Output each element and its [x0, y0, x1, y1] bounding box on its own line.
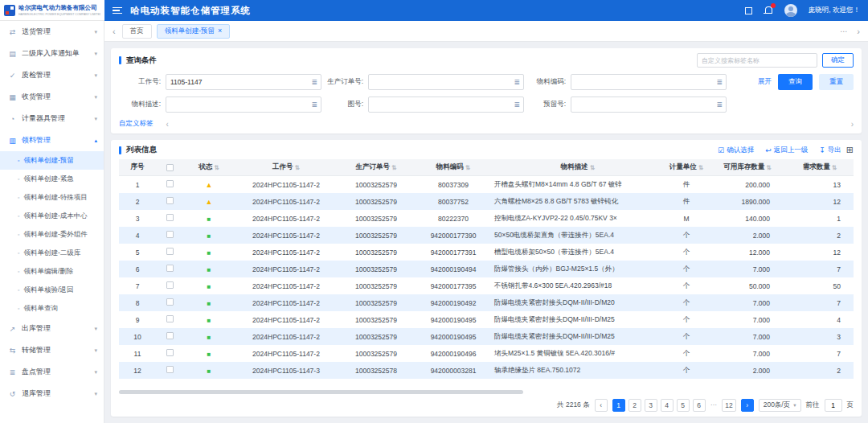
column-header[interactable]: 工作号⇅ — [235, 159, 338, 175]
sidebar-item[interactable]: ↺退库管理▾ — [0, 383, 104, 405]
table-row[interactable]: 6■2024HPC1105-1147-210003252579942000190… — [119, 261, 854, 277]
tabs-back-icon[interactable]: ‹ — [111, 27, 117, 36]
page-button[interactable]: 6 — [693, 399, 706, 412]
sort-icon[interactable]: ⇅ — [698, 164, 703, 171]
confirm-select-button[interactable]: ☑确认选择 — [718, 146, 754, 155]
collapse-sidebar-icon[interactable] — [113, 7, 122, 14]
tab[interactable]: 首页 — [122, 24, 152, 39]
row-checkbox[interactable] — [166, 265, 174, 272]
row-checkbox[interactable] — [166, 197, 174, 204]
prev-page-button[interactable]: ‹ — [595, 399, 608, 412]
row-checkbox[interactable] — [166, 231, 174, 238]
select-list-icon[interactable]: ≣ — [713, 101, 726, 109]
expand-link[interactable]: 展开 — [758, 77, 772, 87]
table-row[interactable]: 10■2024HPC1105-1147-21000325257994200019… — [119, 328, 854, 345]
tags-scroll-right-icon[interactable]: › — [851, 120, 854, 129]
query-input[interactable] — [369, 101, 510, 109]
column-header[interactable]: 生产订单号⇅ — [338, 159, 415, 175]
sidebar-subitem[interactable]: ▫领料单创建-成本中心 — [0, 207, 104, 225]
page-button[interactable]: 2 — [628, 399, 641, 412]
close-icon[interactable]: × — [218, 27, 222, 35]
row-checkbox[interactable] — [166, 298, 174, 306]
column-header[interactable]: 需求数量⇅ — [786, 159, 854, 175]
fullscreen-icon[interactable] — [745, 7, 752, 14]
row-checkbox[interactable] — [166, 281, 174, 289]
sort-icon[interactable]: ⇅ — [832, 164, 837, 171]
sidebar-subitem[interactable]: ▫领料单创建-预留 — [0, 151, 104, 170]
row-checkbox[interactable] — [166, 366, 174, 373]
sidebar-subitem[interactable]: ▫领料单创建-二级库 — [0, 244, 104, 262]
sort-icon[interactable]: ⇅ — [214, 164, 219, 171]
tabs-forward-icon[interactable]: › — [855, 27, 862, 36]
notification-bell-icon[interactable] — [764, 6, 773, 15]
row-checkbox[interactable] — [166, 315, 174, 322]
table-row[interactable]: 12■2024HPC1105-1147-31000325257894200000… — [119, 362, 854, 379]
sidebar-item[interactable]: ≣盘点管理▾ — [0, 361, 104, 383]
next-page-button[interactable]: › — [741, 399, 754, 412]
sort-icon[interactable]: ⇅ — [590, 164, 595, 171]
select-list-icon[interactable]: ≣ — [713, 78, 726, 86]
sort-icon[interactable]: ⇅ — [391, 164, 396, 171]
query-input[interactable] — [166, 101, 308, 109]
select-list-icon[interactable]: ≣ — [510, 101, 523, 109]
sidebar-item[interactable]: ▦收货管理▾ — [0, 86, 104, 108]
column-settings-icon[interactable]: ⊞ — [846, 145, 854, 155]
column-header[interactable]: 物料描述⇅ — [492, 159, 664, 175]
table-row[interactable]: 3■2024HPC1105-1147-21000325257980222370控… — [119, 210, 854, 227]
sidebar-subitem[interactable]: ▫领料单创建-委外组件 — [0, 225, 104, 244]
back-up-level-button[interactable]: ↩返回上一级 — [765, 146, 808, 155]
table-row[interactable]: 4■2024HPC1105-1147-210003252579942000177… — [119, 227, 854, 244]
goto-page-input[interactable] — [825, 399, 842, 412]
sidebar-item[interactable]: ✓质检管理▾ — [0, 64, 104, 86]
avatar[interactable] — [784, 4, 797, 17]
confirm-button[interactable]: 确定 — [822, 53, 854, 68]
row-checkbox[interactable] — [166, 332, 174, 339]
sidebar-item[interactable]: ⇆转储管理▾ — [0, 339, 104, 361]
export-button[interactable]: ↧导出 — [819, 146, 841, 155]
column-header[interactable]: 计量单位⇅ — [664, 159, 709, 175]
row-checkbox[interactable] — [166, 180, 174, 187]
row-checkbox[interactable] — [166, 349, 174, 356]
page-button[interactable]: 5 — [677, 399, 690, 412]
custom-tag-link[interactable]: 自定义标签 — [119, 119, 154, 129]
table-row[interactable]: 1▲2024HPC1105-1147-21000325257980037309开… — [119, 176, 854, 193]
select-list-icon[interactable]: ≣ — [308, 78, 321, 86]
reset-button[interactable]: 重置 — [819, 74, 854, 90]
select-list-icon[interactable]: ≣ — [510, 78, 523, 86]
sidebar-subitem[interactable]: ▫领料单创建-特殊项目 — [0, 188, 104, 207]
sidebar-item[interactable]: ⇄送货管理▾ — [0, 21, 104, 43]
sidebar-item[interactable]: ▤二级库入库通知单▾ — [0, 43, 104, 64]
page-size-select[interactable]: 200条/页 ▾ — [759, 399, 801, 412]
query-input[interactable] — [369, 78, 510, 86]
tags-scroll-left-icon[interactable]: ‹ — [166, 120, 169, 129]
table-row[interactable]: 9■2024HPC1105-1147-210003252579942000190… — [119, 311, 854, 328]
table-row[interactable]: 2▲2024HPC1105-1147-21000325257980037752六… — [119, 193, 854, 210]
sidebar-subitem[interactable]: ▫领料单核验/退回 — [0, 281, 104, 299]
column-header[interactable]: 物料编码⇅ — [415, 159, 492, 175]
sidebar-item[interactable]: ▥领料管理▴ — [0, 129, 104, 151]
page-button[interactable]: 3 — [645, 399, 657, 412]
select-list-icon[interactable]: ≣ — [308, 101, 321, 109]
table-row[interactable]: 7■2024HPC1105-1147-210003252579942000177… — [119, 277, 854, 294]
custom-tag-name-input[interactable] — [697, 53, 817, 68]
search-button[interactable]: 查询 — [778, 74, 813, 90]
query-input[interactable] — [166, 78, 308, 86]
sidebar-subitem[interactable]: ▫领料单创建-紧急 — [0, 170, 104, 188]
page-button[interactable]: 4 — [661, 399, 674, 412]
table-row[interactable]: 5■2024HPC1105-1147-210003252579942000177… — [119, 244, 854, 261]
select-all-checkbox[interactable] — [166, 164, 174, 171]
sidebar-item[interactable]: ↗出库管理▾ — [0, 318, 104, 339]
sidebar-item[interactable]: ◔计量器具管理▾ — [0, 108, 104, 129]
query-input[interactable] — [571, 101, 713, 109]
query-input[interactable] — [571, 78, 713, 86]
scrollbar-thumb[interactable] — [119, 390, 523, 394]
page-button[interactable]: 1 — [612, 399, 625, 412]
tabs-more-icon[interactable]: ⋯ — [840, 27, 847, 35]
sort-icon[interactable]: ⇅ — [766, 164, 771, 171]
tab[interactable]: 领料单创建-预留× — [157, 24, 231, 39]
sort-icon[interactable]: ⇅ — [465, 164, 470, 171]
table-row[interactable]: 8■2024HPC1105-1147-210003252579942000190… — [119, 294, 854, 311]
sort-icon[interactable]: ⇅ — [295, 164, 300, 171]
column-header[interactable]: 可用库存数量⇅ — [709, 159, 786, 175]
page-button[interactable]: 12 — [722, 399, 735, 412]
